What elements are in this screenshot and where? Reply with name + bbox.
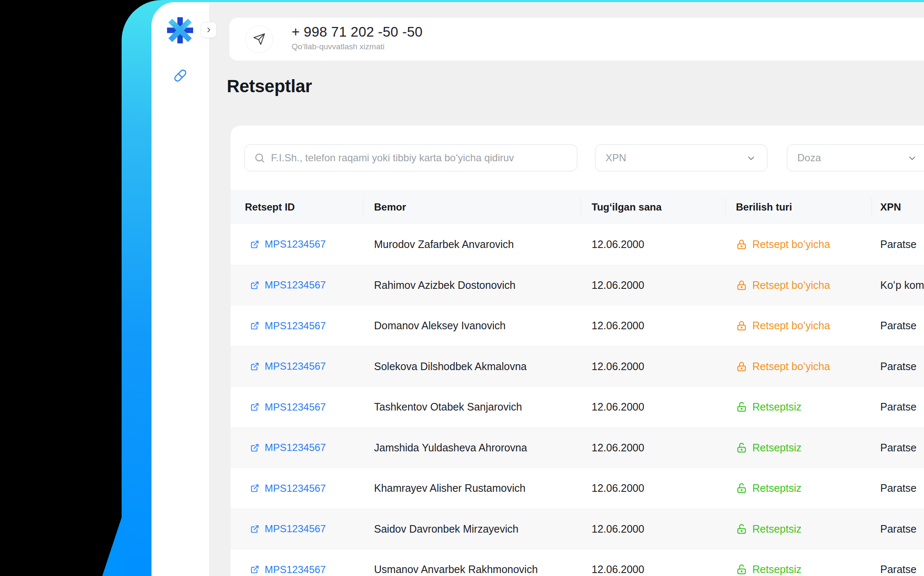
patient-name-cell: Solekova Dilshodbek Akmalovna [363, 360, 581, 373]
page-title: Retseptlar [227, 76, 312, 96]
pill-icon [174, 69, 187, 82]
table-row: MPS1234567 Khamrayev Alisher Rustamovich… [231, 468, 924, 509]
sidebar-collapse-button[interactable] [201, 22, 217, 38]
sidebar-item-prescriptions[interactable] [170, 65, 191, 86]
doza-dropdown[interactable]: Doza [787, 144, 924, 171]
xpn-cell: Paratse [871, 523, 924, 535]
retsept-id-cell: MPS1234567 [231, 279, 363, 291]
retsept-id-cell: MPS1234567 [231, 442, 363, 453]
external-link-icon [250, 281, 259, 290]
external-link-icon [250, 525, 259, 533]
support-phone-number: + 998 71 202 -50 -50 [292, 24, 422, 40]
dispense-type-badge: Retseptsiz [725, 401, 871, 413]
prescription-link[interactable]: MPS1234567 [250, 523, 326, 535]
prescription-link[interactable]: MPS1234567 [250, 483, 326, 494]
dispense-type-badge: Retsept boʻyicha [725, 279, 871, 291]
dispense-type-text: Retseptsiz [752, 563, 802, 576]
search-input[interactable] [271, 145, 566, 171]
dispense-type-badge: Retsept boʻyicha [725, 320, 871, 332]
dispense-type-badge: Retsept boʻyicha [725, 238, 871, 251]
column-header-tugilgan-sana: Tugʻilgan sana [581, 201, 725, 213]
prescription-link[interactable]: MPS1234567 [250, 442, 326, 453]
asterisk-logo-icon [167, 17, 193, 43]
doza-dropdown-value: Doza [797, 152, 821, 164]
patient-name-cell: Usmanov Anvarbek Rakhmonovich [363, 563, 581, 576]
patient-name-cell: Khamrayev Alisher Rustamovich [363, 482, 581, 494]
chevron-down-icon [907, 153, 917, 163]
table-row: MPS1234567 Tashkentov Otabek Sanjarovich… [231, 387, 924, 427]
external-link-icon [250, 403, 259, 411]
external-link-icon [250, 362, 259, 371]
table-row: MPS1234567 Saidov Davronbek Mirzayevich … [231, 509, 924, 549]
xpn-cell: Paratse [871, 442, 924, 454]
chevron-down-icon [746, 153, 756, 163]
support-header-card: + 998 71 202 -50 -50 Qoʻllab-quvvatlash … [229, 18, 924, 61]
send-icon [253, 33, 266, 45]
prescription-link[interactable]: MPS1234567 [250, 238, 326, 250]
external-link-icon [250, 484, 259, 493]
prescription-id-text: MPS1234567 [265, 442, 326, 453]
external-link-icon [250, 240, 259, 249]
support-contact-button[interactable] [245, 25, 273, 53]
prescription-id-text: MPS1234567 [265, 564, 326, 576]
lock-closed-icon [736, 239, 747, 250]
sidebar [151, 2, 209, 576]
lock-open-icon [736, 564, 747, 575]
search-icon [254, 152, 265, 163]
birth-date-cell: 12.06.2000 [581, 238, 725, 251]
column-header-retsept-id: Retsept ID [231, 201, 363, 213]
external-link-icon [250, 443, 259, 452]
column-divider [725, 198, 725, 216]
patient-name-cell: Tashkentov Otabek Sanjarovich [363, 401, 581, 413]
birth-date-cell: 12.06.2000 [581, 401, 725, 413]
prescription-id-text: MPS1234567 [265, 483, 326, 494]
prescription-id-text: MPS1234567 [265, 320, 326, 332]
chevron-right-icon [205, 27, 212, 33]
dispense-type-badge: Retseptsiz [725, 563, 871, 576]
dispense-type-badge: Retsept boʻyicha [725, 360, 871, 373]
column-divider [581, 198, 581, 216]
xpn-dropdown[interactable]: XPN [595, 144, 767, 171]
prescription-link[interactable]: MPS1234567 [250, 360, 326, 372]
xpn-cell: Paratse [871, 482, 924, 494]
column-header-bemor: Bemor [363, 201, 581, 213]
column-header-berilish-turi: Berilish turi [725, 201, 871, 213]
prescription-id-text: MPS1234567 [265, 279, 326, 291]
column-divider [871, 198, 872, 216]
dispense-type-text: Retseptsiz [752, 442, 802, 454]
dispense-type-badge: Retseptsiz [725, 523, 871, 535]
xpn-cell: Paratse [871, 401, 924, 413]
xpn-cell: Paratse [871, 563, 924, 576]
prescription-link[interactable]: MPS1234567 [250, 320, 326, 332]
support-phone-block: + 998 71 202 -50 -50 Qoʻllab-quvvatlash … [292, 24, 422, 51]
birth-date-cell: 12.06.2000 [581, 320, 725, 332]
column-header-xpn: XPN [871, 201, 924, 213]
xpn-cell: Koʻp kom [871, 279, 924, 291]
lock-open-icon [736, 483, 747, 494]
external-link-icon [250, 565, 259, 574]
lock-closed-icon [736, 320, 747, 331]
table-row: MPS1234567 Solekova Dilshodbek Akmalovna… [231, 346, 924, 387]
lock-open-icon [736, 523, 747, 535]
birth-date-cell: 12.06.2000 [581, 482, 725, 494]
app-logo [167, 17, 193, 43]
prescription-id-text: MPS1234567 [265, 401, 326, 413]
prescription-link[interactable]: MPS1234567 [250, 279, 326, 291]
external-link-icon [250, 321, 259, 330]
retsept-id-cell: MPS1234567 [231, 401, 363, 413]
patient-name-cell: Domanov Aleksey Ivanovich [363, 320, 581, 332]
prescription-link[interactable]: MPS1234567 [250, 401, 326, 413]
retsept-id-cell: MPS1234567 [231, 483, 363, 494]
prescription-id-text: MPS1234567 [265, 360, 326, 372]
dispense-type-text: Retsept boʻyicha [752, 238, 830, 251]
birth-date-cell: 12.06.2000 [581, 442, 725, 454]
lock-open-icon [736, 401, 747, 413]
prescription-link[interactable]: MPS1234567 [250, 564, 326, 576]
xpn-cell: Paratse [871, 320, 924, 332]
column-divider [363, 198, 363, 216]
retsept-id-cell: MPS1234567 [231, 320, 363, 332]
dispense-type-text: Retsept boʻyicha [752, 360, 830, 373]
lock-open-icon [736, 442, 747, 453]
search-field [244, 144, 577, 171]
retsept-id-cell: MPS1234567 [231, 523, 363, 535]
